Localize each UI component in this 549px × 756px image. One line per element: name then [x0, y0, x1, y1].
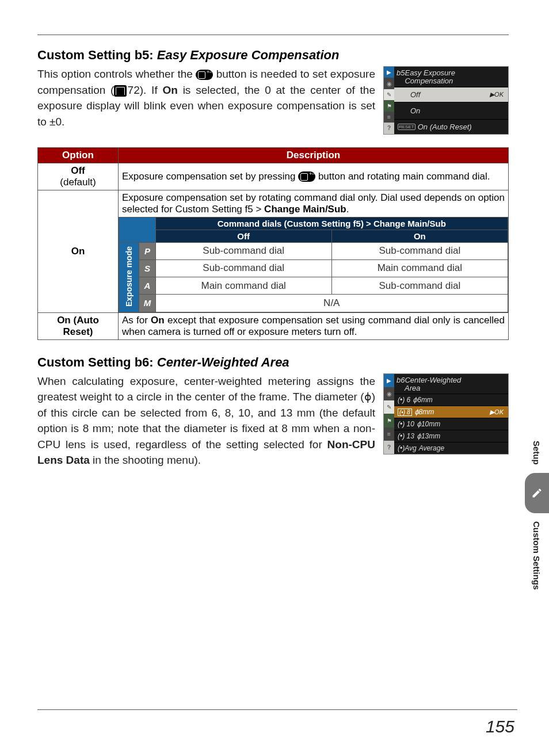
side-tab-bottom: Custom Settings	[532, 521, 542, 590]
b5-title-prefix: Custom Setting b5:	[37, 48, 157, 62]
b6-paragraph: When calculating exposure, center-weight…	[37, 373, 375, 468]
b5-on-bold: On	[162, 84, 177, 96]
r3-pre: (•) 13	[398, 432, 414, 440]
b6-title-prefix: Custom Setting b6:	[37, 355, 157, 369]
opt-off: Off (default)	[38, 163, 119, 190]
opt-on-lead: Exposure compensation set by rotating co…	[119, 190, 509, 217]
side-tab: Setup Custom Settings	[524, 437, 549, 593]
retouch-icon: ⚑	[384, 100, 394, 111]
cam-b5-row-off[interactable]: Off ▶OK	[394, 87, 508, 102]
playback-icon: ▶	[384, 67, 394, 78]
mode-s: S	[139, 259, 155, 277]
cell-p-off: Sub-command dial	[155, 242, 331, 259]
b5-text-3: ). If	[140, 84, 163, 96]
r1-pre: (•) 8	[398, 408, 412, 416]
inner-vert-text: Exposure mode	[124, 244, 134, 309]
top-rule	[37, 35, 509, 35]
options-table: Option Description Off (default) Exposur…	[37, 147, 509, 340]
on-lead-2: .	[346, 204, 349, 215]
th-description: Description	[119, 147, 509, 163]
b5-title-italic: Easy Exposure Compensation	[157, 48, 340, 62]
r2-pre: (•) 10	[398, 420, 414, 428]
onauto-desc-bold: On	[151, 315, 165, 326]
reset-badge-icon: RESET	[398, 124, 415, 130]
cam-b6-line2: Area	[405, 384, 420, 392]
page-number: 155	[486, 717, 514, 736]
b6-text-2: in the shooting menu).	[90, 454, 201, 466]
mode-p: P	[139, 242, 155, 259]
side-tab-handle[interactable]	[525, 473, 549, 513]
r4-pre: (•)Avg	[398, 444, 417, 452]
camera-icon: ◉	[384, 387, 394, 400]
exposure-comp-button-icon	[298, 171, 315, 182]
inner-corner2	[119, 230, 156, 242]
opt-on-inner-wrap: Command dials (Custom Setting f5) > Chan…	[119, 217, 509, 313]
cam-b5-reset-label: On (Auto Reset)	[418, 123, 472, 131]
ok-indicator: ▶OK	[490, 91, 504, 98]
ok-indicator: ▶OK	[490, 408, 504, 416]
help-icon: ?	[384, 441, 394, 454]
cam-b6-row-avg[interactable]: (•)Avg Average	[394, 442, 508, 454]
r1-label: ϕ8mm	[414, 408, 434, 416]
cam-b5-row-on[interactable]: On	[394, 102, 508, 119]
cam-b5-line2: Compensation	[405, 77, 453, 85]
inner-head: Command dials (Custom Setting f5) > Chan…	[155, 217, 508, 230]
camera-menu-b6: ▶ ◉ ✎ ⚑ ≡ ? b6Center-Weighted Area (•) 6…	[383, 373, 509, 455]
b5-page-ref: 72	[128, 84, 140, 96]
cell-a-off: Main command dial	[155, 277, 331, 295]
cam-b5-row-autoreset[interactable]: RESET On (Auto Reset)	[394, 119, 508, 134]
camera-menu-b5: ▶ ◉ ✎ ⚑ ≡ ? b5Easy Exposure Compensation…	[383, 66, 509, 135]
section-b5: Custom Setting b5: Easy Exposure Compens…	[37, 48, 509, 340]
opt-off-sub: (default)	[41, 177, 115, 188]
cell-a-on: Sub-command dial	[331, 277, 508, 295]
cam-b6-row-10mm[interactable]: (•) 10 ϕ10mm	[394, 418, 508, 430]
section-b6: Custom Setting b6: Center-Weighted Area …	[37, 355, 509, 468]
b6-title-italic: Center-Weighted Area	[157, 355, 289, 369]
pencil-icon	[531, 487, 543, 499]
mode-m: M	[139, 295, 155, 312]
r2-label: ϕ10mm	[417, 420, 440, 428]
bottom-rule	[37, 709, 517, 710]
cell-s-off: Sub-command dial	[155, 259, 331, 277]
cam-b6-row-6mm[interactable]: (•) 6 ϕ6mm	[394, 394, 508, 406]
cam-b6-title: b6Center-Weighted Area	[394, 374, 508, 394]
off-desc-1: Exposure compensation set by pressing	[122, 171, 298, 182]
opt-onauto: On (Auto Reset)	[38, 312, 119, 339]
inner-corner	[119, 217, 156, 230]
cell-p-on: Sub-command dial	[331, 242, 508, 259]
onauto-desc-2: except that exposure compensation set us…	[122, 315, 505, 337]
cam-b6-row-13mm[interactable]: (•) 13 ϕ13mm	[394, 430, 508, 442]
opt-on: On	[38, 190, 119, 312]
r3-label: ϕ13mm	[417, 432, 440, 440]
opt-off-main: Off	[41, 165, 115, 177]
opt-onauto-desc: As for On except that exposure compensat…	[119, 312, 509, 339]
r0-pre: (•) 6	[398, 396, 410, 404]
off-desc-2: button and rotating main command dial.	[315, 171, 490, 182]
b5-title: Custom Setting b5: Easy Exposure Compens…	[37, 48, 509, 63]
b6-text-1: When calculating exposure, center-weight…	[37, 375, 375, 450]
retouch-icon: ⚑	[384, 414, 394, 427]
th-option: Option	[38, 147, 119, 163]
opt-on-main: On	[41, 246, 115, 257]
r0-label: ϕ6mm	[413, 396, 433, 404]
cam-b5-title: b5Easy Exposure Compensation	[394, 67, 508, 87]
playback-icon: ▶	[384, 374, 394, 387]
b5-text-1: This option controls whether the	[37, 68, 196, 80]
cam-b6-sidebar: ▶ ◉ ✎ ⚑ ≡ ?	[384, 374, 394, 455]
inner-col-on: On	[331, 230, 508, 242]
cam-b5-line1: Easy Exposure	[405, 68, 455, 77]
pencil-icon: ✎	[384, 89, 394, 100]
b5-paragraph: This option controls whether the button …	[37, 66, 375, 129]
cell-m-na: N/A	[155, 295, 508, 312]
b6-title: Custom Setting b6: Center-Weighted Area	[37, 355, 509, 370]
opt-onauto-main: On (Auto Reset)	[41, 315, 115, 338]
cam-b6-row-8mm[interactable]: (•) 8 ϕ8mm ▶OK	[394, 406, 508, 418]
on-lead-bold: Change Main/Sub	[264, 204, 346, 215]
cell-s-on: Main command dial	[331, 259, 508, 277]
cam-b5-on-label: On	[410, 106, 420, 115]
mode-a: A	[139, 277, 155, 295]
r4-label: Average	[419, 444, 444, 452]
inner-table: Command dials (Custom Setting f5) > Chan…	[119, 217, 508, 312]
exposure-comp-button-icon	[196, 70, 213, 80]
help-icon: ?	[384, 123, 394, 133]
